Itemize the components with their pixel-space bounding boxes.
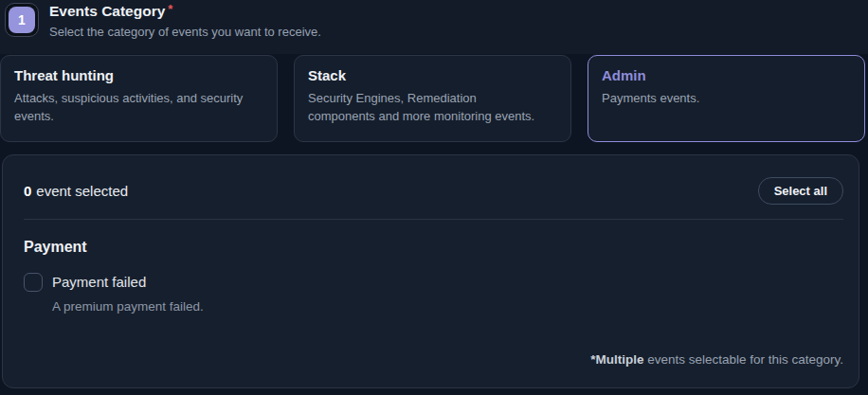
category-card-threat-hunting[interactable]: Threat hunting Attacks, suspicious activ…	[0, 55, 278, 142]
step-number: 1	[9, 7, 35, 33]
footnote-rest-text: events selectable for this category.	[643, 352, 843, 367]
event-description: A premium payment failed.	[52, 299, 843, 314]
category-footnote: *Multiple events selectable for this cat…	[590, 352, 843, 367]
category-description: Security Engines, Remediation components…	[308, 89, 557, 125]
page-title: Events Category*	[49, 2, 172, 20]
selection-summary-row: 0event selected Select all	[24, 155, 843, 205]
category-description: Attacks, suspicious activities, and secu…	[14, 89, 263, 125]
payment-failed-checkbox[interactable]	[24, 273, 43, 292]
select-all-button[interactable]: Select all	[758, 177, 843, 205]
category-title: Stack	[308, 67, 557, 83]
selected-count-text: 0event selected	[24, 183, 128, 199]
required-asterisk: *	[168, 2, 172, 16]
divider	[24, 219, 843, 220]
category-cards: Threat hunting Attacks, suspicious activ…	[0, 55, 868, 142]
event-group-title: Payment	[24, 239, 843, 256]
step-header: 1 Events Category* Select the category o…	[0, 0, 868, 54]
events-panel: 0event selected Select all Payment Payme…	[2, 154, 859, 388]
event-row-payment-failed: Payment failed	[24, 272, 843, 293]
step-number-badge: 1	[5, 3, 39, 37]
selected-count: 0	[24, 183, 31, 199]
page-subtitle: Select the category of events you want t…	[49, 25, 321, 39]
category-card-admin[interactable]: Admin Payments events.	[588, 55, 865, 142]
footnote-bold-text: Multiple	[595, 352, 643, 367]
category-description: Payments events.	[602, 89, 851, 107]
selected-count-label: event selected	[36, 183, 128, 199]
category-title: Threat hunting	[14, 67, 263, 83]
event-label[interactable]: Payment failed	[52, 272, 146, 293]
page-title-text: Events Category	[49, 3, 165, 19]
category-card-stack[interactable]: Stack Security Engines, Remediation comp…	[294, 55, 571, 142]
category-title: Admin	[602, 67, 851, 83]
